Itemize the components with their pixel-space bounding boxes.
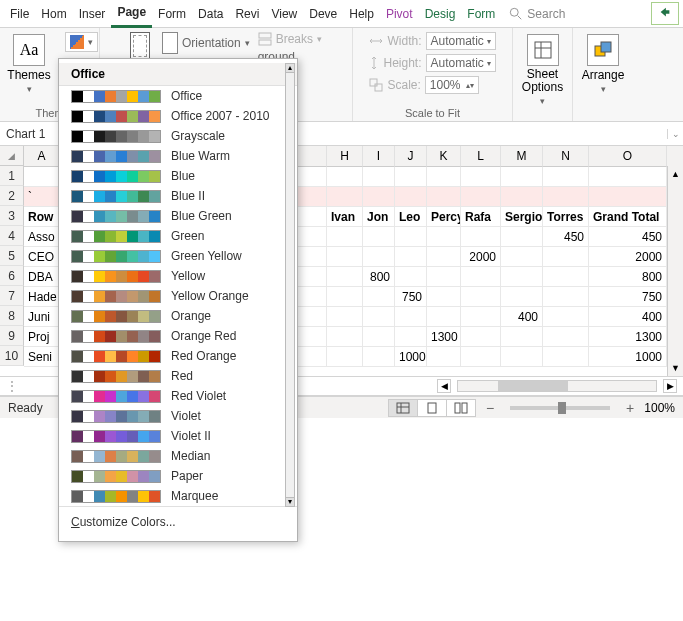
pivot-col-header[interactable]: Rafa xyxy=(461,207,501,226)
cell[interactable] xyxy=(427,307,461,326)
view-page-layout-button[interactable] xyxy=(417,399,447,417)
color-scheme-option[interactable]: Office xyxy=(59,86,297,106)
select-all-cell[interactable]: ◢ xyxy=(0,146,24,166)
cell[interactable] xyxy=(327,327,363,346)
row-header-8[interactable]: 8 xyxy=(0,306,24,326)
margins-button[interactable] xyxy=(130,32,150,60)
tab-developer[interactable]: Deve xyxy=(303,1,343,27)
cell[interactable] xyxy=(363,167,395,186)
cell[interactable] xyxy=(395,247,427,266)
cell[interactable] xyxy=(395,267,427,286)
scale-width-select[interactable]: Automatic▾ xyxy=(426,32,496,50)
orientation-button[interactable]: Orientation▾ xyxy=(162,32,250,54)
cell[interactable] xyxy=(327,247,363,266)
cell[interactable] xyxy=(327,187,363,206)
cell[interactable] xyxy=(327,287,363,306)
cell[interactable]: Proj xyxy=(24,327,60,346)
col-header-L[interactable]: L xyxy=(461,146,501,167)
cell[interactable] xyxy=(327,347,363,366)
cell[interactable] xyxy=(363,327,395,346)
tab-design[interactable]: Desig xyxy=(419,1,462,27)
cell[interactable] xyxy=(461,187,501,206)
col-header-N[interactable]: N xyxy=(543,146,589,167)
cell[interactable] xyxy=(24,167,60,186)
cell[interactable]: 2000 xyxy=(589,247,667,266)
color-scheme-option[interactable]: Yellow xyxy=(59,266,297,286)
row-headers[interactable]: 12345678910 xyxy=(0,166,24,366)
color-scheme-list[interactable]: OfficeOffice 2007 - 2010GrayscaleBlue Wa… xyxy=(59,86,297,506)
col-header-A[interactable]: A xyxy=(24,146,60,167)
horizontal-scrollbar[interactable] xyxy=(457,380,657,392)
cell[interactable]: 1300 xyxy=(427,327,461,346)
cell[interactable]: CEO xyxy=(24,247,60,266)
row-header-7[interactable]: 7 xyxy=(0,286,24,306)
cell[interactable] xyxy=(461,287,501,306)
zoom-in-button[interactable]: + xyxy=(626,400,634,416)
popup-scroll-up[interactable]: ▴ xyxy=(285,63,295,73)
cell[interactable] xyxy=(501,167,543,186)
col-header-K[interactable]: K xyxy=(427,146,461,167)
row-header-9[interactable]: 9 xyxy=(0,326,24,346)
pivot-col-header[interactable]: Jon xyxy=(363,207,395,226)
themes-button[interactable]: Aa Themes ▾ xyxy=(1,32,56,96)
col-header-O[interactable]: O xyxy=(589,146,667,167)
color-scheme-option[interactable]: Violet xyxy=(59,406,297,426)
row-header-6[interactable]: 6 xyxy=(0,266,24,286)
tab-insert[interactable]: Inser xyxy=(73,1,112,27)
cell[interactable] xyxy=(395,327,427,346)
cell[interactable] xyxy=(543,267,589,286)
cell[interactable] xyxy=(363,247,395,266)
pivot-col-header[interactable]: Ivan xyxy=(327,207,363,226)
cell[interactable] xyxy=(543,307,589,326)
cell[interactable] xyxy=(327,227,363,246)
popup-scroll-down[interactable]: ▾ xyxy=(285,497,295,507)
cell[interactable] xyxy=(363,227,395,246)
cell[interactable] xyxy=(501,227,543,246)
cell[interactable] xyxy=(395,187,427,206)
share-button[interactable] xyxy=(651,2,679,25)
search-button[interactable]: Search xyxy=(509,7,565,21)
cell[interactable] xyxy=(427,227,461,246)
color-scheme-option[interactable]: Blue Green xyxy=(59,206,297,226)
cell[interactable]: Hade xyxy=(24,287,60,306)
cell[interactable] xyxy=(543,347,589,366)
tab-data[interactable]: Data xyxy=(192,1,229,27)
cell[interactable] xyxy=(363,347,395,366)
cell[interactable]: Seni xyxy=(24,347,60,366)
color-scheme-option[interactable]: Red Orange xyxy=(59,346,297,366)
cell[interactable] xyxy=(501,287,543,306)
cell[interactable] xyxy=(461,267,501,286)
cell[interactable] xyxy=(461,167,501,186)
theme-colors-button[interactable]: ▾ xyxy=(65,32,98,52)
popup-scrollbar[interactable]: ▴ ▾ xyxy=(285,63,295,507)
cell[interactable]: Juni xyxy=(24,307,60,326)
cell[interactable] xyxy=(501,327,543,346)
cell[interactable] xyxy=(501,247,543,266)
cell[interactable]: 450 xyxy=(589,227,667,246)
zoom-level[interactable]: 100% xyxy=(644,401,675,415)
color-scheme-option[interactable]: Violet II xyxy=(59,426,297,446)
cell[interactable]: 750 xyxy=(395,287,427,306)
cell[interactable] xyxy=(395,227,427,246)
row-header-10[interactable]: 10 xyxy=(0,346,24,366)
cell[interactable] xyxy=(461,327,501,346)
col-header-I[interactable]: I xyxy=(363,146,395,167)
breaks-button[interactable]: Breaks▾ xyxy=(258,32,322,46)
cell[interactable]: 450 xyxy=(543,227,589,246)
color-scheme-option[interactable]: Orange xyxy=(59,306,297,326)
pivot-col-header[interactable]: Grand Total xyxy=(589,207,667,226)
cell[interactable]: 1300 xyxy=(589,327,667,346)
row-header-4[interactable]: 4 xyxy=(0,226,24,246)
hscroll-right-button[interactable]: ▶ xyxy=(663,379,677,393)
cell[interactable] xyxy=(327,267,363,286)
cell[interactable] xyxy=(363,307,395,326)
color-scheme-option[interactable]: Office 2007 - 2010 xyxy=(59,106,297,126)
cell[interactable]: 2000 xyxy=(461,247,501,266)
color-scheme-option[interactable]: Red Violet xyxy=(59,386,297,406)
scroll-down-button[interactable]: ▼ xyxy=(668,360,683,376)
zoom-out-button[interactable]: − xyxy=(486,400,494,416)
formula-expand-button[interactable]: ⌄ xyxy=(667,129,683,139)
cell[interactable]: DBA xyxy=(24,267,60,286)
vertical-scrollbar[interactable]: ▲ ▼ xyxy=(667,166,683,376)
pivot-col-header[interactable]: Sergio xyxy=(501,207,543,226)
